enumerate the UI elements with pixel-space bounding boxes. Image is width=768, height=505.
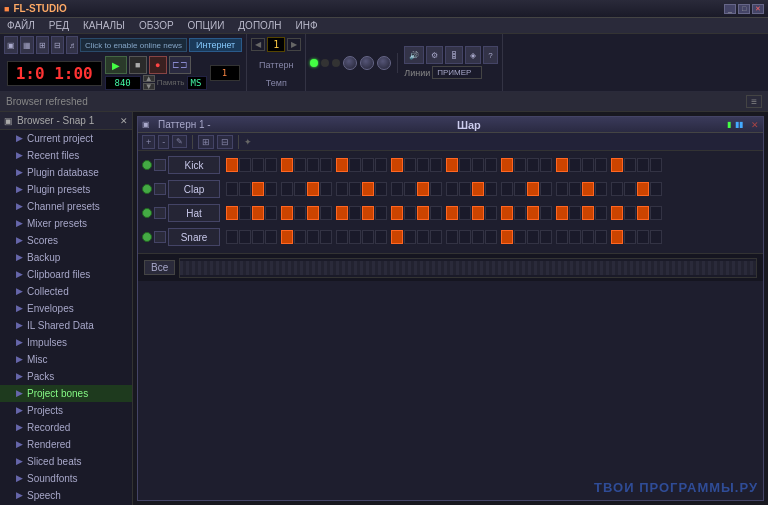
- beat-btn-1-17[interactable]: [459, 182, 471, 196]
- seq-paste-btn[interactable]: ⊟: [217, 135, 233, 149]
- beat-btn-2-25[interactable]: [569, 206, 581, 220]
- beat-btn-0-28[interactable]: [611, 158, 623, 172]
- seq-edit-btn[interactable]: ✎: [172, 135, 187, 148]
- beat-btn-0-13[interactable]: [404, 158, 416, 172]
- sidebar-item-recorded[interactable]: ▶Recorded: [0, 419, 132, 436]
- sidebar-item-sliced-beats[interactable]: ▶Sliced beats: [0, 453, 132, 470]
- beat-btn-0-23[interactable]: [540, 158, 552, 172]
- beat-btn-2-15[interactable]: [430, 206, 442, 220]
- beat-btn-0-25[interactable]: [569, 158, 581, 172]
- seq-remove-btn[interactable]: -: [158, 135, 169, 149]
- beat-btn-0-14[interactable]: [417, 158, 429, 172]
- menu-edit[interactable]: РЕД: [46, 20, 72, 31]
- beat-btn-2-8[interactable]: [336, 206, 348, 220]
- beat-btn-0-16[interactable]: [446, 158, 458, 172]
- beat-btn-0-21[interactable]: [514, 158, 526, 172]
- beat-btn-3-19[interactable]: [485, 230, 497, 244]
- sidebar-item-rendered[interactable]: ▶Rendered: [0, 436, 132, 453]
- beat-btn-3-0[interactable]: [226, 230, 238, 244]
- beat-btn-2-5[interactable]: [294, 206, 306, 220]
- beat-btn-0-20[interactable]: [501, 158, 513, 172]
- beat-btn-3-16[interactable]: [446, 230, 458, 244]
- beat-btn-1-9[interactable]: [349, 182, 361, 196]
- bpm-up[interactable]: ▲: [143, 75, 155, 82]
- beat-btn-0-19[interactable]: [485, 158, 497, 172]
- beat-btn-2-28[interactable]: [611, 206, 623, 220]
- pattern-button[interactable]: ⊏⊐: [169, 56, 191, 74]
- pattern-prev[interactable]: ◀: [251, 38, 265, 51]
- beat-btn-3-1[interactable]: [239, 230, 251, 244]
- sidebar-item-clipboard-files[interactable]: ▶Clipboard files: [0, 266, 132, 283]
- channel-mute-2[interactable]: [154, 207, 166, 219]
- close-button[interactable]: ✕: [752, 4, 764, 14]
- beat-btn-0-3[interactable]: [265, 158, 277, 172]
- beat-btn-1-26[interactable]: [582, 182, 594, 196]
- beat-btn-2-23[interactable]: [540, 206, 552, 220]
- sidebar-item-misc[interactable]: ▶Misc: [0, 351, 132, 368]
- knob-1[interactable]: [343, 56, 357, 70]
- beat-btn-1-19[interactable]: [485, 182, 497, 196]
- beat-btn-1-18[interactable]: [472, 182, 484, 196]
- beat-btn-2-9[interactable]: [349, 206, 361, 220]
- bpm-down[interactable]: ▼: [143, 83, 155, 90]
- channel-mute-0[interactable]: [154, 159, 166, 171]
- sidebar-item-envelopes[interactable]: ▶Envelopes: [0, 300, 132, 317]
- beat-btn-1-0[interactable]: [226, 182, 238, 196]
- beat-btn-3-22[interactable]: [527, 230, 539, 244]
- beat-btn-2-0[interactable]: [226, 206, 238, 220]
- beat-btn-2-13[interactable]: [404, 206, 416, 220]
- sidebar-item-packs[interactable]: ▶Packs: [0, 368, 132, 385]
- knob-3[interactable]: [377, 56, 391, 70]
- beat-btn-1-27[interactable]: [595, 182, 607, 196]
- beat-btn-1-6[interactable]: [307, 182, 319, 196]
- beat-btn-3-21[interactable]: [514, 230, 526, 244]
- beat-btn-0-1[interactable]: [239, 158, 251, 172]
- beat-btn-1-7[interactable]: [320, 182, 332, 196]
- beat-btn-3-31[interactable]: [650, 230, 662, 244]
- beat-btn-0-30[interactable]: [637, 158, 649, 172]
- beat-btn-0-0[interactable]: [226, 158, 238, 172]
- beat-btn-1-10[interactable]: [362, 182, 374, 196]
- beat-btn-3-8[interactable]: [336, 230, 348, 244]
- beat-btn-3-24[interactable]: [556, 230, 568, 244]
- seq-add-btn[interactable]: +: [142, 135, 155, 149]
- beat-btn-0-17[interactable]: [459, 158, 471, 172]
- minimize-button[interactable]: _: [724, 4, 736, 14]
- beat-btn-2-24[interactable]: [556, 206, 568, 220]
- sidebar-item-recent-files[interactable]: ▶Recent files: [0, 147, 132, 164]
- browser-close-icon[interactable]: ✕: [120, 116, 128, 126]
- beat-btn-2-18[interactable]: [472, 206, 484, 220]
- beat-btn-0-27[interactable]: [595, 158, 607, 172]
- toolbar-btn-4[interactable]: ⊟: [51, 36, 64, 54]
- channel-mute-3[interactable]: [154, 231, 166, 243]
- beat-btn-3-23[interactable]: [540, 230, 552, 244]
- beat-btn-1-13[interactable]: [404, 182, 416, 196]
- beat-btn-1-25[interactable]: [569, 182, 581, 196]
- sidebar-item-backup[interactable]: ▶Backup: [0, 249, 132, 266]
- record-button[interactable]: ●: [149, 56, 167, 74]
- beat-btn-3-17[interactable]: [459, 230, 471, 244]
- beat-btn-2-26[interactable]: [582, 206, 594, 220]
- toolbar-btn-3[interactable]: ⊞: [36, 36, 49, 54]
- seq-close-icon[interactable]: ✕: [751, 120, 759, 130]
- beat-btn-3-26[interactable]: [582, 230, 594, 244]
- beat-btn-1-16[interactable]: [446, 182, 458, 196]
- beat-btn-0-31[interactable]: [650, 158, 662, 172]
- sidebar-item-channel-presets[interactable]: ▶Channel presets: [0, 198, 132, 215]
- beat-btn-3-20[interactable]: [501, 230, 513, 244]
- beat-btn-2-11[interactable]: [375, 206, 387, 220]
- beat-btn-1-1[interactable]: [239, 182, 251, 196]
- beat-btn-0-26[interactable]: [582, 158, 594, 172]
- beat-btn-0-10[interactable]: [362, 158, 374, 172]
- seq-copy-btn[interactable]: ⊞: [198, 135, 214, 149]
- menu-info[interactable]: ИНФ: [293, 20, 321, 31]
- channel-name-1[interactable]: Clap: [168, 180, 220, 198]
- beat-btn-0-11[interactable]: [375, 158, 387, 172]
- toolbar-btn-5[interactable]: ♬: [66, 36, 78, 54]
- beat-btn-2-14[interactable]: [417, 206, 429, 220]
- beat-btn-1-4[interactable]: [281, 182, 293, 196]
- play-button[interactable]: ▶: [105, 56, 127, 74]
- sidebar-item-plugin-presets[interactable]: ▶Plugin presets: [0, 181, 132, 198]
- menu-extras[interactable]: ДОПОЛН: [235, 20, 284, 31]
- fx-btn-5[interactable]: ?: [483, 46, 497, 64]
